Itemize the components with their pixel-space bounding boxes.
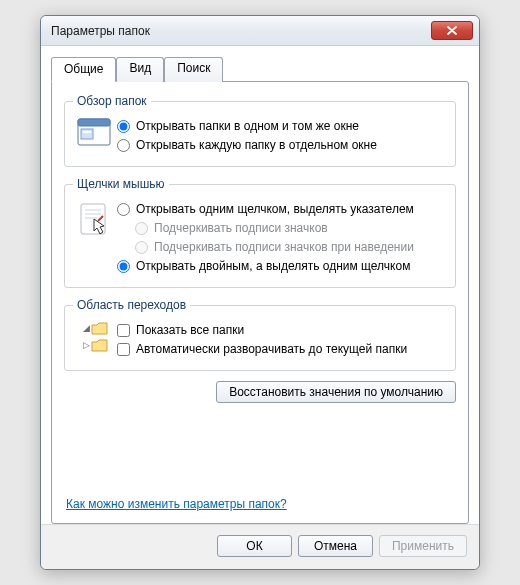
radio-open-own-window-input[interactable]	[117, 139, 130, 152]
tab-view[interactable]: Вид	[116, 57, 164, 82]
check-auto-expand-input[interactable]	[117, 343, 130, 356]
radio-underline-always-input	[135, 222, 148, 235]
radio-double-click-input[interactable]	[117, 260, 130, 273]
check-show-all-folders-input[interactable]	[117, 324, 130, 337]
svg-rect-2	[81, 129, 93, 139]
apply-button: Применить	[379, 535, 467, 557]
titlebar[interactable]: Параметры папок	[41, 16, 479, 46]
browse-folders-icon	[73, 116, 117, 148]
radio-single-click-label: Открывать одним щелчком, выделять указат…	[136, 201, 414, 218]
radio-open-same-window[interactable]: Открывать папки в одном и том же окне	[117, 118, 447, 135]
click-items-icon	[73, 199, 117, 239]
radio-underline-hover: Подчеркивать подписи значков при наведен…	[135, 239, 447, 256]
radio-underline-always: Подчеркивать подписи значков	[135, 220, 447, 237]
radio-open-own-window[interactable]: Открывать каждую папку в отдельном окне	[117, 137, 447, 154]
radio-underline-hover-label: Подчеркивать подписи значков при наведен…	[154, 239, 414, 256]
radio-single-click-input[interactable]	[117, 203, 130, 216]
close-button[interactable]	[431, 21, 473, 40]
group-nav-pane: Область переходов ◢ ▷	[64, 298, 456, 371]
radio-open-own-window-label: Открывать каждую папку в отдельном окне	[136, 137, 377, 154]
folder-options-window: Параметры папок Общие Вид Поиск Обзор па…	[40, 15, 480, 570]
nav-pane-icon: ◢ ▷	[73, 320, 117, 352]
svg-rect-3	[83, 131, 91, 133]
radio-open-same-window-label: Открывать папки в одном и том же окне	[136, 118, 359, 135]
radio-double-click-label: Открывать двойным, а выделять одним щелч…	[136, 258, 410, 275]
check-auto-expand-label: Автоматически разворачивать до текущей п…	[136, 341, 407, 358]
ok-button[interactable]: ОК	[217, 535, 292, 557]
client-area: Общие Вид Поиск Обзор папок	[41, 46, 479, 524]
close-icon	[447, 26, 457, 35]
dialog-buttons: ОК Отмена Применить	[41, 524, 479, 569]
tab-general[interactable]: Общие	[51, 57, 116, 82]
tab-search[interactable]: Поиск	[164, 57, 223, 82]
cancel-button[interactable]: Отмена	[298, 535, 373, 557]
radio-single-click[interactable]: Открывать одним щелчком, выделять указат…	[117, 201, 447, 218]
restore-defaults-button[interactable]: Восстановить значения по умолчанию	[216, 381, 456, 403]
help-link[interactable]: Как можно изменить параметры папок?	[66, 497, 287, 511]
tab-strip: Общие Вид Поиск	[51, 57, 469, 82]
group-click-items: Щелчки мышью	[64, 177, 456, 288]
radio-double-click[interactable]: Открывать двойным, а выделять одним щелч…	[117, 258, 447, 275]
check-auto-expand[interactable]: Автоматически разворачивать до текущей п…	[117, 341, 447, 358]
tab-panel-general: Обзор папок Открывать папки в	[51, 81, 469, 524]
window-title: Параметры папок	[51, 24, 431, 38]
group-nav-legend: Область переходов	[73, 298, 190, 312]
group-browse-legend: Обзор папок	[73, 94, 151, 108]
radio-underline-hover-input	[135, 241, 148, 254]
check-show-all-folders-label: Показать все папки	[136, 322, 244, 339]
radio-open-same-window-input[interactable]	[117, 120, 130, 133]
group-browse-folders: Обзор папок Открывать папки в	[64, 94, 456, 167]
svg-rect-1	[78, 119, 110, 126]
check-show-all-folders[interactable]: Показать все папки	[117, 322, 447, 339]
group-click-legend: Щелчки мышью	[73, 177, 169, 191]
radio-underline-always-label: Подчеркивать подписи значков	[154, 220, 328, 237]
